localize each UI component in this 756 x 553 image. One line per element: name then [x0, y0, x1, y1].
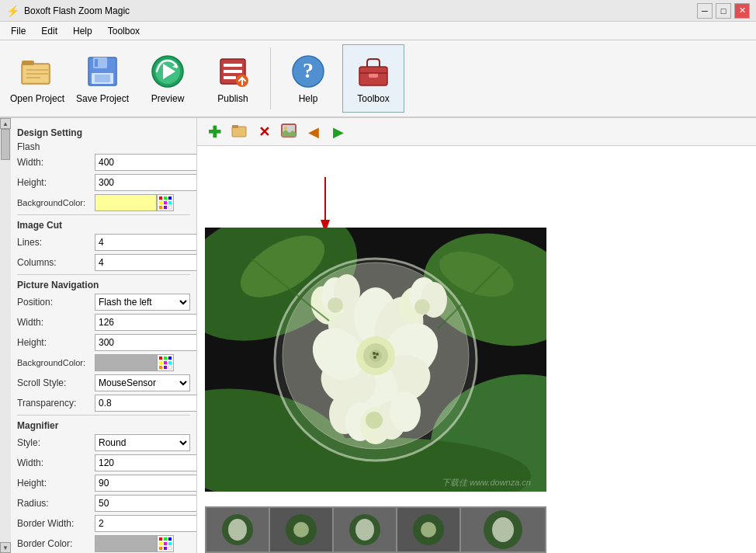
- preview-button[interactable]: Preview: [137, 44, 199, 113]
- svg-rect-30: [159, 206, 162, 209]
- flash-width-label: Width:: [17, 157, 95, 168]
- svg-rect-29: [168, 201, 172, 204]
- minimize-button[interactable]: ─: [697, 3, 713, 19]
- delete-button[interactable]: ✕: [253, 122, 275, 142]
- canvas-area: 下载佳 www.downza.cn: [197, 146, 756, 553]
- flash-height-row: Height:: [17, 174, 190, 191]
- open-project-button[interactable]: Open Project: [6, 44, 68, 113]
- border-color-button[interactable]: [157, 535, 174, 552]
- menu-help[interactable]: Help: [65, 24, 100, 38]
- svg-rect-37: [164, 361, 167, 364]
- image-button[interactable]: [278, 122, 300, 142]
- scroll-thumb[interactable]: [1, 129, 10, 160]
- prev-button[interactable]: ◀: [303, 122, 324, 142]
- svg-rect-24: [159, 197, 162, 200]
- nav-height-row: Height:: [17, 334, 190, 351]
- save-project-icon: [84, 53, 121, 90]
- flash-bgcolor-label: BackgroundColor:: [17, 198, 95, 207]
- nav-bgcolor-row: BackgroundColor:: [17, 354, 190, 371]
- svg-rect-15: [224, 70, 242, 73]
- svg-rect-10: [95, 75, 110, 82]
- add-button[interactable]: ✚: [203, 122, 225, 142]
- svg-rect-48: [159, 547, 162, 550]
- menu-edit[interactable]: Edit: [33, 24, 65, 38]
- position-row: Position: Flash the left Flash the right…: [17, 294, 190, 311]
- svg-point-110: [355, 519, 374, 541]
- columns-input[interactable]: [95, 254, 197, 271]
- close-button[interactable]: ✕: [734, 3, 750, 19]
- nav-height-input[interactable]: [95, 334, 197, 351]
- svg-point-95: [376, 353, 379, 356]
- title-left: ⚡ Boxoft Flash Zoom Magic: [6, 5, 130, 17]
- svg-rect-14: [224, 64, 242, 67]
- border-width-row: Border Width:: [17, 515, 190, 532]
- svg-rect-32: [168, 206, 172, 209]
- maximize-button[interactable]: □: [716, 3, 731, 19]
- radius-input[interactable]: [95, 495, 197, 512]
- thumbnail-strip: [205, 506, 546, 553]
- left-panel: Design Setting Flash Width: Height: Back…: [11, 118, 197, 553]
- divider-2: [17, 274, 190, 275]
- style-row: Style: Round Square Rectangle: [17, 434, 190, 451]
- lines-row: Lines:: [17, 234, 190, 251]
- save-project-button[interactable]: Save Project: [71, 44, 134, 113]
- next-button[interactable]: ▶: [328, 122, 349, 142]
- title-bar: ⚡ Boxoft Flash Zoom Magic ─ □ ✕: [0, 0, 756, 22]
- lines-label: Lines:: [17, 237, 95, 248]
- mag-width-row: Width:: [17, 454, 190, 471]
- transparency-input[interactable]: [95, 395, 197, 412]
- svg-point-93: [369, 350, 382, 362]
- toolbar: Open Project Save Project Preview: [0, 40, 756, 118]
- border-color-row: Border Color:: [17, 535, 190, 552]
- svg-rect-28: [164, 201, 167, 204]
- publish-button[interactable]: Publish: [202, 44, 264, 113]
- svg-rect-27: [159, 201, 162, 204]
- preview-image: 下载佳 www.downza.cn: [205, 228, 546, 492]
- image-cut-title: Image Cut: [17, 220, 190, 231]
- svg-rect-40: [164, 366, 167, 369]
- preview-icon: [149, 53, 186, 90]
- nav-width-input[interactable]: [95, 314, 197, 331]
- svg-rect-41: [168, 366, 172, 369]
- svg-rect-8: [95, 59, 98, 67]
- flash-height-input[interactable]: [95, 174, 197, 191]
- border-width-label: Border Width:: [17, 518, 95, 529]
- prev-icon: ◀: [308, 123, 319, 141]
- delete-icon: ✕: [258, 123, 270, 141]
- mag-height-input[interactable]: [95, 475, 197, 492]
- menu-file[interactable]: File: [3, 24, 33, 38]
- scroll-down-arrow[interactable]: ▼: [0, 542, 11, 553]
- flash-bgcolor-preview: [95, 194, 157, 211]
- menu-bar: File Edit Help Toolbox: [0, 22, 756, 40]
- mag-width-input[interactable]: [95, 454, 197, 471]
- svg-point-55: [284, 127, 287, 130]
- svg-rect-38: [168, 361, 172, 364]
- nav-width-row: Width:: [17, 314, 190, 331]
- nav-width-label: Width:: [17, 317, 95, 328]
- position-select[interactable]: Flash the left Flash the right Flash the…: [95, 294, 190, 311]
- nav-bgcolor-button[interactable]: [157, 354, 174, 371]
- svg-rect-31: [164, 206, 167, 209]
- toolbox-label: Toolbox: [357, 93, 389, 104]
- nav-bgcolor-label: BackgroundColor:: [17, 358, 95, 367]
- toolbox-button[interactable]: Toolbox: [342, 44, 404, 113]
- svg-rect-25: [164, 197, 167, 200]
- save-project-label: Save Project: [76, 93, 129, 104]
- scroll-up-arrow[interactable]: ▲: [0, 118, 11, 129]
- lines-input[interactable]: [95, 234, 197, 251]
- open-icon: [231, 122, 248, 142]
- open-button[interactable]: [228, 122, 250, 142]
- style-label: Style:: [17, 437, 95, 448]
- flash-width-input[interactable]: [95, 154, 197, 171]
- style-select[interactable]: Round Square Rectangle: [95, 434, 190, 451]
- publish-icon: [214, 53, 251, 90]
- svg-rect-1: [22, 61, 34, 65]
- menu-toolbox[interactable]: Toolbox: [100, 24, 147, 38]
- scroll-track: [0, 129, 11, 542]
- flash-bgcolor-button[interactable]: [157, 194, 174, 211]
- help-button[interactable]: ? Help: [277, 44, 339, 113]
- mag-height-row: Height:: [17, 475, 190, 492]
- radius-row: Radius:: [17, 495, 190, 512]
- border-width-input[interactable]: [95, 515, 197, 532]
- scroll-style-select[interactable]: MouseSensor Scroll None: [95, 374, 190, 391]
